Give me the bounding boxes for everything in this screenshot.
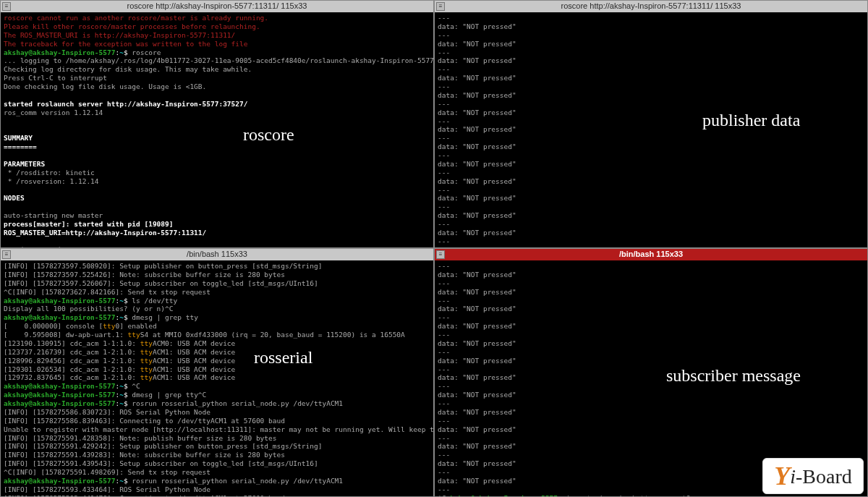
output-line: ======== bbox=[4, 143, 430, 151]
output-line bbox=[4, 91, 430, 100]
output-line: --- bbox=[438, 151, 864, 160]
output-line: --- bbox=[438, 279, 864, 288]
output-line: --- bbox=[438, 82, 864, 91]
output-line: * /rosdistro: kinetic bbox=[4, 169, 430, 177]
terminal-body[interactable]: ---data: "NOT pressed"---data: "NOT pres… bbox=[435, 12, 867, 247]
output-line: data: "NOT pressed" bbox=[438, 74, 864, 82]
pane-rosserial[interactable]: ≡ /bin/bash 115x33 [INFO] [1578273597.50… bbox=[0, 248, 434, 497]
output-line: ROS_MASTER_URI=http://akshay-Inspiron-55… bbox=[4, 229, 430, 237]
output-line: --- bbox=[438, 434, 864, 443]
prompt-line[interactable]: akshay@akshay-Inspiron-5577:~$ ^C bbox=[4, 382, 430, 391]
output-line: data: "NOT pressed" bbox=[438, 305, 864, 313]
output-line: data: "NOT pressed" bbox=[438, 40, 864, 48]
window-menu-icon[interactable]: ≡ bbox=[2, 250, 11, 259]
output-line: data: "NOT pressed" bbox=[438, 357, 864, 365]
output-line bbox=[4, 125, 430, 134]
output-line: data: "NOT pressed" bbox=[438, 246, 864, 247]
prompt-line[interactable]: akshay@akshay-Inspiron-5577:~$ rosrun ro… bbox=[4, 477, 430, 485]
output-line: NODES bbox=[4, 194, 430, 203]
output-line: [129301.026534] cdc_acm 1-2:1.0: ttyACM1… bbox=[4, 365, 430, 374]
output-line: [128996.829456] cdc_acm 1-2:1.0: ttyACM1… bbox=[4, 357, 430, 365]
output-line: [INFO] [1578273597.526067]: Setup subscr… bbox=[4, 279, 430, 288]
output-line: [INFO] [1578275593.433464]: ROS Serial P… bbox=[4, 485, 430, 494]
output-line: data: "NOT pressed" bbox=[438, 177, 864, 186]
output-line: --- bbox=[438, 65, 864, 74]
terminal-grid: ≡ roscore http://akshay-Inspiron-5577:11… bbox=[0, 0, 868, 497]
prompt-line[interactable]: akshay@akshay-Inspiron-5577:~$ ls /dev/t… bbox=[4, 297, 430, 305]
window-menu-icon[interactable]: ≡ bbox=[2, 2, 11, 11]
output-line: ^Cakshay@akshay-Inspiron-5577:~$ rostopi… bbox=[438, 494, 864, 496]
output-line: data: "NOT pressed" bbox=[438, 477, 864, 485]
output-line: --- bbox=[438, 313, 864, 322]
output-line: --- bbox=[438, 348, 864, 357]
window-titlebar[interactable]: ≡ /bin/bash 115x33 bbox=[435, 249, 867, 260]
output-line: ^C[INFO] [1578273627.842166]: Send tx st… bbox=[4, 288, 430, 297]
output-line: * /rosversion: 1.12.14 bbox=[4, 177, 430, 186]
output-line: --- bbox=[438, 220, 864, 229]
output-line: --- bbox=[438, 297, 864, 305]
output-line: data: "NOT pressed" bbox=[438, 194, 864, 203]
output-line: setting /run_id to 4b011772-3027-11ea-90… bbox=[4, 246, 430, 247]
output-line: SUMMARY bbox=[4, 134, 430, 143]
output-line: --- bbox=[438, 365, 864, 374]
output-line bbox=[4, 151, 430, 160]
output-line: data: "NOT pressed" bbox=[438, 373, 864, 382]
output-line: Display all 100 possibilities? (y or n)^… bbox=[4, 305, 430, 313]
output-line: data: "NOT pressed" bbox=[438, 56, 864, 65]
output-line: roscore cannot run as another roscore/ma… bbox=[4, 14, 430, 22]
window-title: roscore http://akshay-Inspiron-5577:1131… bbox=[127, 1, 307, 12]
output-line: [INFO] [1578273597.508920]: Setup publis… bbox=[4, 262, 430, 271]
output-line: --- bbox=[438, 237, 864, 246]
window-title: /bin/bash 115x33 bbox=[619, 250, 683, 260]
output-line: --- bbox=[438, 262, 864, 271]
prompt-line[interactable]: akshay@akshay-Inspiron-5577:~$ rosrun ro… bbox=[4, 399, 430, 408]
output-line: auto-starting new master bbox=[4, 211, 430, 220]
terminal-body[interactable]: roscore cannot run as another roscore/ma… bbox=[1, 12, 433, 247]
output-line: Press Ctrl-C to interrupt bbox=[4, 74, 430, 82]
output-line: [INFO] [1578275591.439283]: Note: subscr… bbox=[4, 451, 430, 459]
output-line: [ 9.595008] dw-apb-uart.1: ttyS4 at MMIO… bbox=[4, 331, 430, 339]
window-menu-icon[interactable]: ≡ bbox=[436, 250, 445, 259]
prompt-line[interactable]: akshay@akshay-Inspiron-5577:~$ dmesg | g… bbox=[4, 391, 430, 399]
output-line: ros_comm version 1.12.14 bbox=[4, 109, 430, 117]
output-line: Checking log directory for disk usage. T… bbox=[4, 65, 430, 74]
terminal-body[interactable]: [INFO] [1578273597.508920]: Setup publis… bbox=[1, 260, 433, 496]
output-line: --- bbox=[438, 31, 864, 40]
output-line: --- bbox=[438, 331, 864, 339]
output-line: ... logging to /home/akshay/.ros/log/4b0… bbox=[4, 56, 430, 65]
output-line: The ROS_MASTER_URI is http://akshay-Insp… bbox=[4, 31, 430, 40]
output-line: --- bbox=[438, 117, 864, 126]
output-line: data: "NOT pressed" bbox=[438, 391, 864, 399]
output-line: --- bbox=[438, 417, 864, 425]
output-line: --- bbox=[438, 485, 864, 494]
output-line: Please kill other roscore/master process… bbox=[4, 22, 430, 31]
output-line: data: "NOT pressed" bbox=[438, 425, 864, 434]
output-line: [129732.837645] cdc_acm 1-2:1.0: ttyACM1… bbox=[4, 373, 430, 382]
output-line: [123190.130915] cdc_acm 1-1:1.0: ttyACM0… bbox=[4, 339, 430, 348]
output-line: ^C[INFO] [1578275591.498269]: Send tx st… bbox=[4, 468, 430, 477]
output-line: --- bbox=[438, 451, 864, 459]
output-line: --- bbox=[438, 186, 864, 195]
output-line: Done checking log file disk usage. Usage… bbox=[4, 82, 430, 91]
prompt-line[interactable]: akshay@akshay-Inspiron-5577:~$ roscore bbox=[4, 48, 430, 57]
output-line: [123737.216739] cdc_acm 1-2:1.0: ttyACM1… bbox=[4, 348, 430, 357]
prompt-line[interactable]: akshay@akshay-Inspiron-5577:~$ dmesg | g… bbox=[4, 313, 430, 322]
window-titlebar[interactable]: ≡ roscore http://akshay-Inspiron-5577:11… bbox=[1, 1, 433, 12]
output-line: data: "NOT pressed" bbox=[438, 211, 864, 220]
pane-subscriber[interactable]: ≡ /bin/bash 115x33 ---data: "NOT pressed… bbox=[434, 248, 868, 497]
output-line: --- bbox=[438, 169, 864, 177]
window-titlebar[interactable]: ≡ /bin/bash 115x33 bbox=[1, 249, 433, 260]
window-title: roscore http://akshay-Inspiron-5577:1131… bbox=[561, 1, 741, 12]
output-line: data: "NOT pressed" bbox=[438, 91, 864, 100]
output-line: data: "NOT pressed" bbox=[438, 109, 864, 117]
terminal-body[interactable]: ---data: "NOT pressed"---data: "NOT pres… bbox=[435, 260, 867, 496]
window-titlebar[interactable]: ≡ roscore http://akshay-Inspiron-5577:11… bbox=[435, 1, 867, 12]
pane-roscore[interactable]: ≡ roscore http://akshay-Inspiron-5577:11… bbox=[0, 0, 434, 248]
output-line: data: "NOT pressed" bbox=[438, 160, 864, 169]
output-line: [ 0.000000] console [tty0] enabled bbox=[4, 322, 430, 331]
output-line: --- bbox=[438, 134, 864, 143]
window-menu-icon[interactable]: ≡ bbox=[436, 2, 445, 11]
output-line: [INFO] [1578275591.439543]: Setup subscr… bbox=[4, 459, 430, 468]
pane-publisher[interactable]: ≡ roscore http://akshay-Inspiron-5577:11… bbox=[434, 0, 868, 248]
output-line: PARAMETERS bbox=[4, 160, 430, 169]
